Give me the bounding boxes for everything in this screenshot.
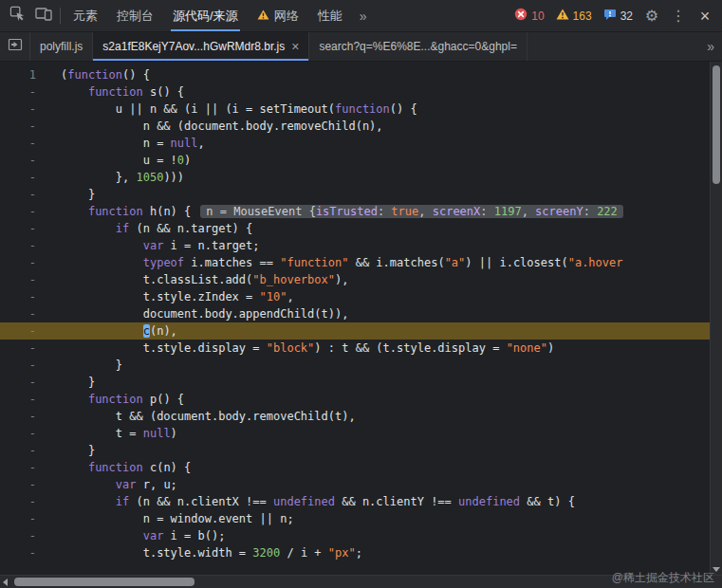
line-number[interactable]: - — [0, 118, 49, 135]
code-text[interactable]: var i = b(); — [49, 527, 710, 544]
code-text[interactable]: function s() { — [49, 83, 710, 101]
more-options-button[interactable]: ⋮ — [665, 9, 692, 24]
line-number[interactable]: - — [0, 357, 49, 374]
code-text[interactable]: t = null) — [49, 425, 710, 442]
code-text[interactable]: document.body.appendChild(t)), — [49, 305, 710, 322]
error-count: 10 — [531, 9, 544, 23]
toolbar-right-cluster: 10 163 32 ⚙ ⋮ × — [509, 0, 722, 31]
vertical-scrollbar[interactable] — [710, 62, 722, 575]
code-text[interactable]: t && (document.body.removeChild(t), — [49, 408, 710, 425]
file-tab-label: polyfill.js — [40, 40, 83, 53]
horizontal-scrollbar-thumb[interactable] — [14, 578, 194, 586]
code-line: - t.style.width = 3200 / i + "px"; — [0, 544, 710, 561]
line-number[interactable]: - — [0, 510, 49, 527]
error-counter[interactable]: 10 — [509, 8, 549, 24]
line-number[interactable]: - — [0, 288, 49, 305]
line-number[interactable]: - — [0, 425, 49, 442]
issues-counter[interactable]: 32 — [598, 9, 639, 24]
file-tab-polyfill[interactable]: polyfill.js — [30, 32, 93, 61]
warning-counter[interactable]: 163 — [550, 9, 598, 23]
code-line: - }, 1050))) — [0, 169, 710, 186]
vertical-scrollbar-thumb[interactable] — [713, 65, 720, 184]
code-text[interactable]: t.style.display = "block") : t && (t.sty… — [49, 340, 710, 357]
line-number[interactable]: - — [0, 459, 49, 476]
code-line: - } — [0, 374, 710, 391]
code-text[interactable]: (function() { — [49, 66, 710, 83]
code-text[interactable]: n && (document.body.removeChild(n), — [49, 118, 710, 135]
code-text[interactable]: } — [49, 186, 710, 203]
code-text[interactable]: u || n && (i || (i = setTimeout(function… — [49, 101, 710, 118]
code-text[interactable]: u = !0) — [49, 152, 710, 169]
code-text[interactable]: }, 1050))) — [49, 169, 710, 186]
line-number[interactable]: - — [0, 169, 49, 186]
line-number[interactable]: - — [0, 83, 49, 101]
code-text[interactable]: function c(n) { — [49, 459, 710, 476]
more-panels-button[interactable]: » — [352, 0, 375, 31]
code-text[interactable]: function p() { — [49, 391, 710, 408]
scroll-left-arrow-icon[interactable] — [3, 579, 8, 586]
line-number[interactable]: - — [0, 271, 49, 288]
code-text[interactable]: typeof i.matches == "function" && i.matc… — [49, 254, 710, 271]
file-tab-search[interactable]: search?q=%E6%8E...&ghacc=0&ghpl= — [309, 32, 527, 61]
inspect-element-button[interactable] — [4, 0, 30, 31]
device-toolbar-button[interactable] — [30, 0, 57, 31]
settings-button[interactable]: ⚙ — [639, 9, 665, 24]
line-number[interactable]: - — [0, 544, 49, 561]
code-text[interactable]: var i = n.target; — [49, 237, 710, 254]
line-number[interactable]: - — [0, 135, 49, 152]
more-file-tabs-button[interactable]: » — [699, 32, 722, 61]
line-number[interactable]: - — [0, 237, 49, 254]
code-line: - var i = b(); — [0, 527, 710, 544]
line-number[interactable]: - — [0, 101, 49, 118]
line-number[interactable]: - — [0, 340, 49, 357]
tab-elements[interactable]: 元素 — [64, 0, 107, 31]
line-number[interactable]: - — [0, 186, 49, 203]
close-tab-icon[interactable]: × — [291, 40, 299, 53]
code-line: - function p() { — [0, 391, 710, 408]
code-line: - var i = n.target; — [0, 237, 710, 254]
line-number[interactable]: - — [0, 527, 49, 544]
code-text[interactable]: c(n), — [49, 322, 710, 340]
line-number[interactable]: - — [0, 305, 49, 322]
line-number[interactable]: - — [0, 152, 49, 169]
line-number[interactable]: - — [0, 322, 49, 340]
close-devtools-button[interactable]: × — [692, 8, 718, 25]
code-text[interactable]: } — [49, 442, 710, 459]
network-warning-icon — [257, 9, 269, 23]
line-number[interactable]: - — [0, 254, 49, 271]
line-number[interactable]: 1 — [0, 66, 49, 83]
code-text[interactable]: n = window.event || n; — [49, 510, 710, 527]
code-text[interactable]: if (n && n.clientX !== undefined && n.cl… — [49, 493, 710, 510]
main-toolbar: 元素 控制台 源代码/来源 网络 性能 » 10 — [0, 0, 722, 32]
code-line: - n && (document.body.removeChild(n), — [0, 118, 710, 135]
warning-count: 163 — [573, 9, 592, 23]
line-number[interactable]: - — [0, 374, 49, 391]
line-number[interactable]: - — [0, 408, 49, 425]
line-number[interactable]: - — [0, 220, 49, 237]
tab-sources[interactable]: 源代码/来源 — [163, 0, 248, 31]
tab-performance[interactable]: 性能 — [308, 0, 352, 31]
tab-network[interactable]: 网络 — [248, 0, 308, 31]
line-number[interactable]: - — [0, 493, 49, 510]
code-text[interactable]: function h(n) {n = MouseEvent {isTrusted… — [49, 203, 710, 220]
code-text[interactable]: if (n && n.target) { — [49, 220, 710, 237]
code-text[interactable]: } — [49, 374, 710, 391]
line-number[interactable]: - — [0, 203, 49, 220]
show-navigator-button[interactable] — [0, 32, 30, 61]
code-text[interactable]: t.style.width = 3200 / i + "px"; — [49, 544, 710, 561]
code-editor[interactable]: 1(function() {- function s() {- u || n &… — [0, 62, 722, 575]
code-text[interactable]: var r, u; — [49, 476, 710, 493]
code-text[interactable]: } — [49, 357, 710, 374]
code-text[interactable]: t.classList.add("b_hoverbox"), — [49, 271, 710, 288]
code-text[interactable]: t.style.zIndex = "10", — [49, 288, 710, 305]
line-number[interactable]: - — [0, 476, 49, 493]
tab-console[interactable]: 控制台 — [107, 0, 163, 31]
file-tab-active[interactable]: s2a1fE8KejY7Aov...hGwRMdr8.br.js × — [93, 32, 309, 61]
code-text[interactable]: n = null, — [49, 135, 710, 152]
tab-label: 源代码/来源 — [173, 8, 238, 25]
line-number[interactable]: - — [0, 391, 49, 408]
devtools-window: 元素 控制台 源代码/来源 网络 性能 » 10 — [0, 0, 722, 588]
code-line: - } — [0, 186, 710, 203]
close-icon: × — [700, 8, 711, 25]
line-number[interactable]: - — [0, 442, 49, 459]
